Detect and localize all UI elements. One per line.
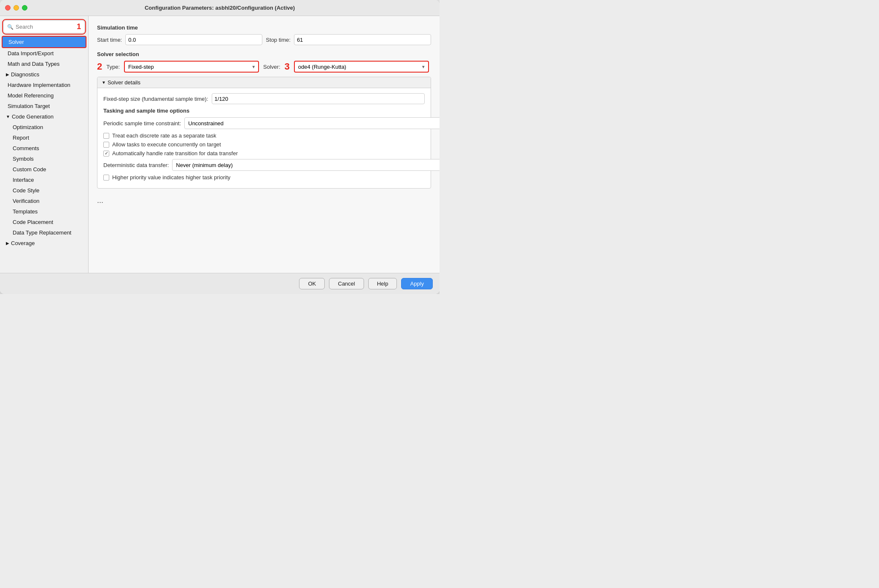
deterministic-row: Deterministic data transfer: Never (mini… <box>103 159 425 171</box>
higher-priority-row: Higher priority value indicates higher t… <box>103 174 425 181</box>
sidebar-item-interface[interactable]: Interface <box>2 175 86 185</box>
sidebar-item-data-import-export-label: Data Import/Export <box>8 50 54 57</box>
periodic-constraint-row: Periodic sample time constraint: Unconst… <box>103 117 425 129</box>
sidebar-item-templates[interactable]: Templates <box>2 206 86 217</box>
simulation-time-row: Start time: Stop time: <box>97 34 431 45</box>
annotation-3: 3 <box>285 61 290 72</box>
window: Configuration Parameters: asbhl20/Config… <box>0 0 440 294</box>
solver-details-body: Fixed-step size (fundamental sample time… <box>97 88 431 188</box>
sidebar-item-hardware-implementation-label: Hardware Implementation <box>8 82 70 88</box>
sidebar-item-solver[interactable]: Solver <box>2 36 86 48</box>
fixed-step-size-label: Fixed-step size (fundamental sample time… <box>103 96 208 102</box>
type-dropdown[interactable]: Fixed-step Variable-step <box>124 61 259 73</box>
start-time-input[interactable] <box>125 34 262 45</box>
periodic-constraint-dropdown[interactable]: Unconstrained Specified <box>184 117 440 129</box>
sidebar-item-code-style[interactable]: Code Style <box>2 185 86 196</box>
sidebar-item-report-label: Report <box>13 135 29 141</box>
sidebar-item-math-data-types[interactable]: Math and Data Types <box>2 59 86 69</box>
apply-button[interactable]: Apply <box>401 278 433 289</box>
close-button[interactable] <box>5 5 11 11</box>
periodic-constraint-label: Periodic sample time constraint: <box>103 120 181 127</box>
sidebar-item-code-style-label: Code Style <box>13 187 40 194</box>
higher-priority-label: Higher priority value indicates higher t… <box>112 174 230 181</box>
help-button[interactable]: Help <box>368 278 397 289</box>
tasking-title: Tasking and sample time options <box>103 108 425 114</box>
solver-details-header[interactable]: ▼ Solver details <box>97 77 431 88</box>
panel: Simulation time Start time: Stop time: S… <box>89 16 440 273</box>
sidebar-item-data-type-replacement[interactable]: Data Type Replacement <box>2 227 86 238</box>
sidebar-item-solver-label: Solver <box>8 39 24 45</box>
solver-details-title: Solver details <box>108 79 140 86</box>
main-content: 🔍 1 Solver Data Import/Export Math and D… <box>0 16 440 273</box>
auto-rate-transition-label: Automatically handle rate transition for… <box>112 150 238 156</box>
search-icon: 🔍 <box>7 24 13 30</box>
chevron-right-icon-2: ▶ <box>6 241 9 245</box>
sidebar-item-verification[interactable]: Verification <box>2 196 86 206</box>
sidebar-item-data-type-replacement-label: Data Type Replacement <box>13 229 71 236</box>
solver-selection-row: 2 Type: Fixed-step Variable-step ▼ Solve… <box>97 61 431 73</box>
deterministic-wrap: Never (minimum delay) Always ▼ <box>172 159 440 171</box>
solver-details-chevron: ▼ <box>102 80 106 85</box>
sidebar-item-code-generation-label: Code Generation <box>12 113 54 120</box>
traffic-lights <box>5 5 27 11</box>
periodic-constraint-wrap: Unconstrained Specified ▼ <box>184 117 440 129</box>
sidebar-item-code-placement-label: Code Placement <box>13 219 53 225</box>
search-input[interactable] <box>16 24 75 30</box>
ok-button[interactable]: OK <box>299 278 325 289</box>
minimize-button[interactable] <box>13 5 19 11</box>
sidebar-item-comments[interactable]: Comments <box>2 143 86 154</box>
treat-discrete-checkbox[interactable] <box>103 133 109 139</box>
fixed-step-size-input[interactable] <box>212 93 425 104</box>
sidebar-item-report[interactable]: Report <box>2 132 86 143</box>
simulation-time-title: Simulation time <box>97 24 431 31</box>
sidebar-item-hardware-implementation[interactable]: Hardware Implementation <box>2 80 86 90</box>
sidebar-item-diagnostics-label: Diagnostics <box>11 71 39 78</box>
sidebar-item-custom-code-label: Custom Code <box>13 166 46 173</box>
bottom-bar: OK Cancel Help Apply <box>0 273 440 294</box>
window-title: Configuration Parameters: asbhl20/Config… <box>145 5 295 11</box>
sidebar-item-code-generation[interactable]: ▼ Code Generation <box>2 111 86 122</box>
sidebar-item-math-data-types-label: Math and Data Types <box>8 61 59 67</box>
allow-concurrent-checkbox[interactable] <box>103 142 109 148</box>
stop-time-input[interactable] <box>294 34 431 45</box>
titlebar: Configuration Parameters: asbhl20/Config… <box>0 0 440 16</box>
chevron-down-icon: ▼ <box>6 114 10 119</box>
higher-priority-checkbox[interactable] <box>103 175 109 181</box>
sidebar-item-data-import-export[interactable]: Data Import/Export <box>2 48 86 59</box>
solver-dropdown-wrap: ode4 (Runge-Kutta) ode3 (Bogacki-Shampin… <box>294 61 429 73</box>
sidebar-item-simulation-target-label: Simulation Target <box>8 103 50 109</box>
treat-discrete-label: Treat each discrete rate as a separate t… <box>112 132 216 139</box>
sidebar-item-optimization[interactable]: Optimization <box>2 122 86 132</box>
sidebar-item-code-placement[interactable]: Code Placement <box>2 217 86 227</box>
deterministic-dropdown[interactable]: Never (minimum delay) Always <box>172 159 440 171</box>
sidebar-item-optimization-label: Optimization <box>13 124 43 130</box>
sidebar-item-custom-code[interactable]: Custom Code <box>2 164 86 175</box>
cancel-button[interactable]: Cancel <box>329 278 364 289</box>
type-label: Type: <box>106 64 120 70</box>
solver-dropdown[interactable]: ode4 (Runge-Kutta) ode3 (Bogacki-Shampin… <box>294 61 429 73</box>
allow-concurrent-row: Allow tasks to execute concurrently on t… <box>103 141 425 148</box>
search-box[interactable]: 🔍 1 <box>3 20 85 33</box>
sidebar-item-symbols[interactable]: Symbols <box>2 154 86 164</box>
solver-label: Solver: <box>263 64 280 70</box>
sidebar-item-symbols-label: Symbols <box>13 156 34 162</box>
auto-rate-transition-checkbox[interactable] <box>103 151 109 156</box>
start-time-label: Start time: <box>97 37 122 43</box>
stop-time-label: Stop time: <box>266 37 291 43</box>
treat-discrete-row: Treat each discrete rate as a separate t… <box>103 132 425 139</box>
solver-selection-title: Solver selection <box>97 51 431 57</box>
sidebar-item-model-referencing-label: Model Referencing <box>8 92 54 99</box>
sidebar-item-comments-label: Comments <box>13 145 39 151</box>
maximize-button[interactable] <box>22 5 27 11</box>
auto-rate-transition-row: Automatically handle rate transition for… <box>103 150 425 156</box>
fixed-step-size-row: Fixed-step size (fundamental sample time… <box>103 93 425 104</box>
annotation-2: 2 <box>97 61 102 72</box>
sidebar-item-model-referencing[interactable]: Model Referencing <box>2 90 86 101</box>
sidebar-item-coverage[interactable]: ▶ Coverage <box>2 238 86 248</box>
sidebar-item-coverage-label: Coverage <box>11 240 35 246</box>
chevron-right-icon: ▶ <box>6 72 9 77</box>
sidebar-item-simulation-target[interactable]: Simulation Target <box>2 101 86 111</box>
sidebar-item-verification-label: Verification <box>13 198 40 204</box>
sidebar-item-diagnostics[interactable]: ▶ Diagnostics <box>2 69 86 80</box>
sidebar-item-interface-label: Interface <box>13 177 34 183</box>
